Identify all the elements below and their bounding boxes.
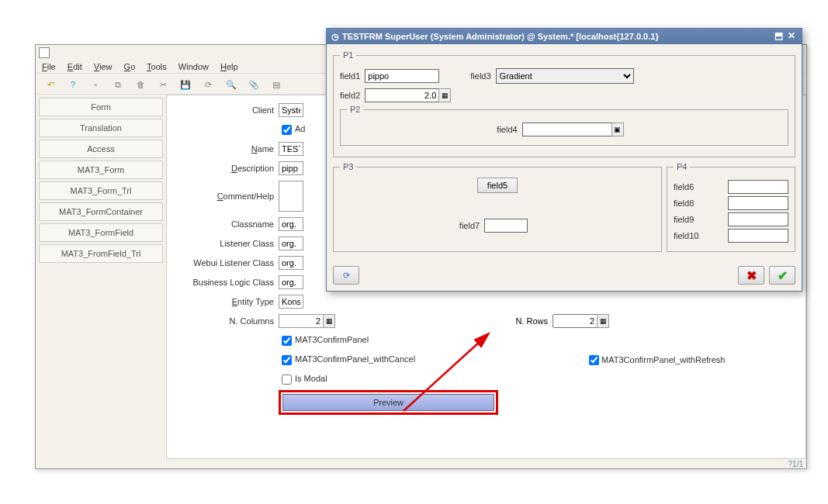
grid-icon[interactable]: ▤	[268, 77, 284, 92]
label-field8: field8	[674, 198, 694, 208]
confirmrefresh-checkbox[interactable]	[589, 355, 599, 365]
dialog-sys-icon[interactable]: ◷	[331, 32, 339, 42]
dialog-restore-icon[interactable]: ⬒	[773, 31, 784, 42]
menu-go[interactable]: Go	[124, 62, 136, 71]
label-business: Business Logic Class	[173, 278, 279, 287]
new-icon[interactable]: ▫	[88, 77, 103, 92]
fieldset-p2: P2 field4▣	[340, 105, 788, 146]
nrows-field[interactable]	[553, 314, 598, 328]
label-name: Name	[173, 144, 279, 154]
dialog-titlebar[interactable]: ◷ TESTFRM SuperUser (System Administrato…	[327, 29, 802, 44]
comment-field[interactable]	[279, 181, 303, 212]
sidebar-item-form[interactable]: Form	[39, 98, 163, 116]
field10-input[interactable]	[728, 229, 788, 243]
sidebar: Form Translation Access MAT3_Form MAT3_F…	[36, 95, 166, 459]
field1-input[interactable]	[365, 69, 439, 83]
confirmrefresh-label: MAT3ConfirmPanel_withRefresh	[601, 355, 725, 364]
description-field[interactable]	[279, 161, 303, 175]
confirmcancel-checkbox[interactable]	[282, 355, 292, 365]
cancel-icon: ✖	[747, 268, 757, 283]
refresh-icon[interactable]: ⟳	[200, 77, 216, 92]
label-field10: field10	[674, 231, 698, 240]
undo-icon[interactable]: ↶	[43, 77, 58, 92]
field3-select[interactable]: Gradient	[496, 68, 634, 84]
label-client: Client	[173, 105, 279, 115]
client-field[interactable]	[279, 103, 303, 117]
label-field7: field7	[459, 221, 480, 230]
field5-button[interactable]: field5	[477, 178, 518, 193]
field4-lookup-icon[interactable]: ▣	[611, 123, 624, 136]
sidebar-item-mat3-formcontainer[interactable]: MAT3_FormContainer	[39, 202, 163, 221]
label-field6: field6	[674, 182, 694, 192]
status-count: ?1/1	[788, 460, 803, 468]
ad-label: Ad	[295, 124, 305, 133]
menu-file[interactable]: File	[42, 62, 56, 71]
ok-icon: ✔	[778, 268, 788, 283]
menu-window[interactable]: Window	[178, 62, 209, 71]
dialog-cancel-button[interactable]: ✖	[738, 266, 764, 285]
ismodal-label: Is Modal	[295, 374, 327, 383]
business-field[interactable]	[279, 275, 303, 289]
listener-field[interactable]	[279, 236, 303, 250]
sidebar-item-mat3-fromfield-trl[interactable]: MAT3_FromField_Trl	[39, 244, 163, 263]
legend-p4: P4	[674, 162, 690, 171]
sidebar-item-mat3-formfield[interactable]: MAT3_FormField	[39, 223, 163, 242]
menu-help[interactable]: Help	[220, 62, 238, 71]
menu-edit[interactable]: Edit	[68, 62, 82, 71]
sidebar-item-access[interactable]: Access	[39, 140, 163, 158]
preview-highlight: Preview	[279, 390, 498, 415]
nrows-calc-icon[interactable]: ▦	[597, 314, 609, 328]
label-field2: field2	[340, 91, 360, 100]
dialog-refresh-button[interactable]: ⟳	[333, 266, 359, 285]
classname-field[interactable]	[279, 217, 303, 231]
field9-input[interactable]	[728, 212, 788, 226]
sidebar-item-mat3-form-trl[interactable]: MAT3_Form_Trl	[39, 181, 163, 200]
cut-icon[interactable]: ✂	[155, 77, 171, 92]
label-webui: Webui Listener Class	[173, 258, 279, 268]
preview-button[interactable]: Preview	[282, 394, 494, 411]
ncols-calc-icon[interactable]: ▦	[323, 314, 335, 328]
fieldset-p4: P4 field6 field8 field9 field10	[667, 162, 795, 252]
field2-input[interactable]	[365, 88, 439, 102]
sidebar-item-mat3-form[interactable]: MAT3_Form	[39, 161, 163, 179]
sidebar-item-translation[interactable]: Translation	[39, 119, 163, 137]
save-icon[interactable]: 💾	[178, 77, 193, 92]
ncols-field[interactable]	[279, 314, 324, 328]
field8-input[interactable]	[728, 196, 788, 210]
confirmpanel-label: MAT3ConfirmPanel	[295, 335, 369, 344]
legend-p1: P1	[340, 50, 356, 60]
ad-checkbox[interactable]	[282, 125, 292, 135]
label-entity: Entity Type	[173, 297, 279, 306]
label-classname: Classname	[173, 219, 279, 229]
label-comment: Comment/Help	[173, 192, 279, 201]
dialog-close-icon[interactable]: ✕	[786, 31, 797, 42]
dialog-ok-button[interactable]: ✔	[769, 266, 795, 285]
fieldset-p3: P3 field5 field7	[333, 162, 662, 252]
label-nrows: N. Rows	[506, 316, 553, 326]
entity-field[interactable]	[279, 295, 303, 309]
preview-dialog: ◷ TESTFRM SuperUser (System Administrato…	[326, 28, 802, 292]
menu-view[interactable]: View	[94, 62, 113, 71]
field7-input[interactable]	[484, 219, 528, 233]
name-field[interactable]	[279, 142, 303, 156]
attach-icon[interactable]: 📎	[246, 77, 262, 92]
field2-calc-icon[interactable]: ▦	[438, 88, 451, 102]
label-listener: Listener Class	[173, 239, 279, 248]
dialog-title: TESTFRM SuperUser (System Administrator)…	[342, 32, 771, 41]
fieldset-p1: P1 field1 field3Gradient field2▦ P2 fiel…	[333, 50, 795, 157]
field6-input[interactable]	[728, 180, 788, 194]
delete-icon[interactable]: 🗑	[133, 77, 148, 92]
legend-p2: P2	[347, 105, 363, 114]
webui-field[interactable]	[279, 256, 303, 270]
menu-tools[interactable]: Tools	[147, 62, 167, 71]
confirmcancel-label: MAT3ConfirmPanel_withCancel	[295, 354, 415, 364]
field4-input[interactable]	[522, 123, 612, 136]
confirmpanel-checkbox[interactable]	[282, 336, 292, 346]
copy-icon[interactable]: ⧉	[110, 77, 126, 92]
ismodal-checkbox[interactable]	[282, 375, 292, 385]
label-field3: field3	[470, 71, 490, 81]
label-description: Description	[173, 164, 279, 173]
help-icon[interactable]: ?	[65, 77, 81, 92]
search-icon[interactable]: 🔍	[223, 77, 239, 92]
system-menu-icon[interactable]	[39, 47, 50, 58]
